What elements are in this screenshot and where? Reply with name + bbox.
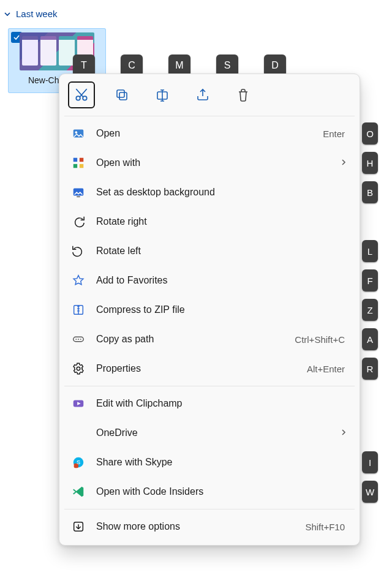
menu-item-copy-as-path[interactable]: Copy as pathCtrl+Shift+CA: [59, 325, 360, 354]
svg-rect-2: [119, 92, 127, 100]
menu-item-label: OneDrive: [96, 427, 330, 438]
svg-point-14: [77, 367, 80, 370]
menu-item-label: Rotate left: [96, 246, 347, 257]
delete-button[interactable]: [230, 81, 257, 108]
group-label: Last week: [16, 9, 58, 19]
cut-button[interactable]: [68, 81, 95, 108]
key-hint: R: [362, 358, 378, 380]
chevron-down-icon: [4, 10, 11, 18]
separator: [64, 509, 355, 509]
star-icon: [70, 272, 86, 288]
svg-text:S: S: [77, 459, 80, 465]
menu-item-accelerator: Ctrl+Shift+C: [295, 334, 345, 345]
picture-frame-icon: [70, 184, 86, 200]
menu-item-share-with-skype[interactable]: SShare with SkypeI: [59, 448, 360, 477]
copy-path-icon: [70, 331, 86, 347]
menu-item-label: Show more options: [96, 521, 295, 532]
menu-item-onedrive[interactable]: OneDrive: [59, 418, 360, 448]
chevron-right-icon: [340, 427, 347, 438]
chevron-right-icon: [340, 157, 347, 168]
menu-item-edit-with-clipchamp[interactable]: Edit with Clipchamp: [59, 389, 360, 418]
menu-item-properties[interactable]: PropertiesAlt+EnterR: [59, 354, 360, 383]
group-header[interactable]: Last week: [0, 0, 392, 25]
copy-button[interactable]: [108, 81, 135, 108]
svg-rect-9: [74, 164, 77, 168]
zip-icon: [70, 302, 86, 318]
svg-point-1: [83, 96, 87, 100]
svg-point-6: [75, 131, 78, 133]
menu-item-accelerator: Shift+F10: [305, 522, 345, 532]
menu-item-label: Properties: [96, 363, 297, 374]
key-hint: H: [362, 152, 378, 174]
menu-item-label: Share with Skype: [96, 457, 347, 468]
svg-rect-8: [80, 158, 83, 162]
menu-item-label: Copy as path: [96, 334, 285, 345]
context-action-row: [59, 78, 360, 113]
separator: [64, 386, 355, 386]
more-icon: [70, 519, 86, 535]
svg-rect-7: [74, 158, 77, 162]
key-hint: F: [362, 269, 378, 291]
key-hint: I: [362, 451, 378, 473]
key-hint: L: [362, 240, 378, 262]
vscode-icon: [70, 484, 86, 500]
rotate-left-icon: [70, 243, 86, 259]
rename-button[interactable]: [149, 81, 176, 108]
menu-item-label: Set as desktop background: [96, 187, 347, 198]
share-button[interactable]: [189, 81, 216, 108]
menu-item-accelerator: Alt+Enter: [307, 364, 345, 374]
menu-item-rotate-right[interactable]: Rotate right: [59, 207, 360, 236]
menu-item-accelerator: Enter: [323, 129, 345, 139]
menu-item-label: Compress to ZIP file: [96, 304, 347, 315]
menu-item-set-as-desktop-background[interactable]: Set as desktop backgroundB: [59, 178, 360, 207]
menu-item-label: Open with Code Insiders: [96, 486, 347, 497]
menu-item-rotate-left[interactable]: Rotate leftL: [59, 236, 360, 266]
rotate-right-icon: [70, 214, 86, 230]
menu-item-add-to-favorites[interactable]: Add to FavoritesF: [59, 266, 360, 295]
menu-item-label: Rotate right: [96, 216, 347, 227]
svg-rect-3: [117, 90, 124, 97]
key-hint: Z: [362, 299, 378, 321]
svg-rect-10: [80, 164, 83, 168]
clipchamp-icon: [70, 396, 86, 412]
separator: [64, 116, 355, 116]
context-menu: OpenEnterOOpen withHSet as desktop backg…: [59, 73, 360, 546]
key-hint: O: [362, 122, 378, 145]
open-with-icon: [70, 155, 86, 171]
menu-item-open-with-code-insiders[interactable]: Open with Code InsidersW: [59, 477, 360, 506]
menu-item-label: Add to Favorites: [96, 275, 347, 286]
skype-icon: S: [70, 454, 86, 470]
image-icon: [70, 126, 86, 141]
key-hint: W: [362, 481, 378, 503]
menu-item-open-with[interactable]: Open withH: [59, 148, 360, 178]
key-hint: A: [362, 328, 378, 350]
menu-item-label: Open: [96, 128, 313, 139]
menu-item-label: Open with: [96, 157, 330, 168]
blank-icon: [70, 425, 86, 441]
menu-item-show-more-options[interactable]: Show more optionsShift+F10: [59, 512, 360, 541]
key-hint: B: [362, 181, 378, 203]
menu-item-open[interactable]: OpenEnterO: [59, 119, 360, 148]
menu-item-label: Edit with Clipchamp: [96, 398, 347, 409]
menu-item-compress-to-zip-file[interactable]: Compress to ZIP fileZ: [59, 295, 360, 325]
properties-icon: [70, 361, 86, 377]
svg-point-0: [76, 96, 80, 100]
